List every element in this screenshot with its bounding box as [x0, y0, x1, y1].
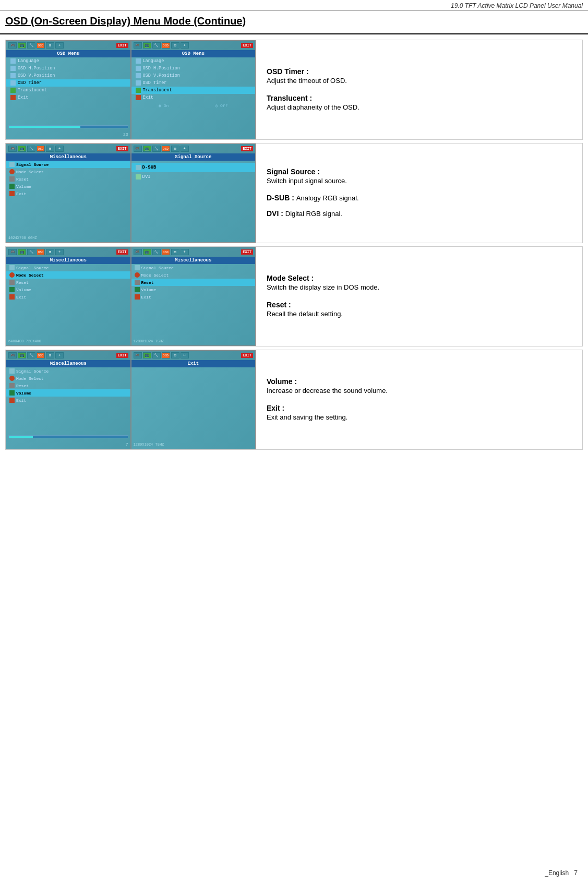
desc-exit-title: Exit :: [267, 404, 284, 412]
misc-reset-4l: Reset: [6, 382, 130, 389]
icon-o-4l: OSD: [37, 352, 45, 358]
icon-grid-r1: ⊞: [171, 42, 179, 49]
misc-exit-3r: Exit: [131, 293, 256, 301]
row4-desc: Volume : Increase or decrease the sound …: [256, 350, 582, 449]
icon-o-3r: OSD: [162, 249, 170, 255]
exit-4r: EXIT: [241, 353, 253, 358]
misc-reset-2l: Reset: [6, 175, 130, 183]
icon-osd-r1: OSD: [162, 42, 170, 49]
bottom-val-4l: 7: [126, 442, 128, 447]
menu-timer-1l: OSD Timer: [6, 79, 130, 87]
icon-p-4r: ✂: [181, 352, 189, 358]
icon-display-r1: 📺: [143, 42, 151, 49]
dsub-item: D-SUB: [131, 163, 256, 172]
menu-language-1r: Language: [131, 57, 256, 65]
icon-o-3l: OSD: [37, 249, 45, 255]
desc-exit-text: Exit and saving the setting.: [267, 412, 572, 423]
misc-vol-3r: Volume: [131, 286, 256, 293]
desc-signal-title: Signal Source :: [267, 168, 320, 176]
res-3r: 1280X1024 75HZ: [134, 339, 164, 343]
menu-vpos-1r: OSD V.Position: [131, 72, 256, 79]
row-4: 🎮 📺 🔧 OSD ⊞ + EXIT Miscellaneous Signal …: [5, 350, 583, 450]
icon-g-3l: ⊞: [46, 249, 54, 255]
icon-dp-2r: 📺: [143, 146, 151, 152]
icon-t-2l: 🔧: [27, 146, 35, 152]
misc-mode-4l: Mode Select: [6, 375, 130, 382]
row-2: 🎮 📺 🔧 OSD ⊞ + EXIT Miscellaneous Signal …: [5, 143, 583, 243]
misc-signal-2l: Signal Source: [6, 161, 130, 168]
misc-reset-3l: Reset: [6, 279, 130, 286]
footer-area: _English 7: [545, 869, 578, 877]
misc-vol-4l: Volume: [6, 389, 130, 397]
dvi-item: DVI: [131, 172, 256, 182]
icon-gp-2r: 🎮: [134, 146, 142, 152]
row3-left-screen: 🎮 📺 🔧 OSD ⊞ + EXIT Miscellaneous Signal …: [6, 247, 131, 346]
icon-dp-4l: 📺: [18, 352, 26, 358]
progress-4l: [8, 435, 128, 438]
row4-screenshots: 🎮 📺 🔧 OSD ⊞ + EXIT Miscellaneous Signal …: [6, 350, 256, 449]
bottom-val-1l: 23: [123, 132, 128, 137]
row-3: 🎮 📺 🔧 OSD ⊞ + EXIT Miscellaneous Signal …: [5, 246, 583, 346]
misc-title-4l: Miscellaneous: [6, 360, 130, 367]
icon-g-4l: ⊞: [46, 352, 54, 358]
icon-gamepad: 🎮: [8, 42, 17, 49]
res-4r: 1280X1024 75HZ: [134, 442, 164, 447]
misc-signal-4l: Signal Source: [6, 367, 130, 375]
exit-button-r1: EXIT: [241, 43, 253, 48]
desc-volume-title: Volume :: [267, 377, 297, 386]
row2-right-screen: 🎮 📺 🔧 OSD ⊞ + EXIT Signal Source D-SUB D…: [131, 143, 256, 243]
row4-right-screen: 🎮 📺 🔧 OSD ⊞ ✂ EXIT Exit 1280X1024 75HZ: [131, 350, 256, 449]
icon-g-2r: ⊞: [171, 146, 179, 152]
exit-3r: EXIT: [241, 249, 253, 255]
row3-right-screen: 🎮 📺 🔧 OSD ⊞ + EXIT Miscellaneous Signal …: [131, 247, 256, 346]
misc-title-3l: Miscellaneous: [6, 257, 130, 264]
icon-plus-r1: +: [181, 42, 189, 49]
menu-exit-1l: Exit: [6, 94, 130, 101]
on-label: ◉ On: [159, 103, 169, 108]
content-area: 🎮 📺 🔧 OSD ⊞ + EXIT OSD Menu Language OSD…: [0, 34, 588, 458]
exit-4l: EXIT: [116, 353, 128, 358]
icon-t-4l: 🔧: [27, 352, 35, 358]
menu-vpos-1l: OSD V.Position: [6, 72, 130, 79]
menu-hpos-1r: OSD H.Position: [131, 65, 256, 72]
icon-dp-3l: 📺: [18, 249, 26, 255]
misc-mode-2l: Mode Select: [6, 168, 130, 175]
exit-3l: EXIT: [116, 249, 128, 255]
icon-o-4r: OSD: [162, 352, 170, 358]
desc-dvi-title: DVI :: [267, 209, 285, 218]
footer-page: 7: [574, 869, 578, 877]
icon-o-2r: OSD: [162, 146, 170, 152]
exit-button: EXIT: [116, 43, 128, 48]
icon-t-2r: 🔧: [152, 146, 161, 152]
misc-mode-3r: Mode Select: [131, 271, 256, 279]
menu-trans-1l: Translucent: [6, 87, 130, 94]
exit-title-4r: Exit: [131, 360, 256, 367]
misc-exit-3l: Exit: [6, 293, 130, 301]
row1-right-screen: 🎮 📺 🔧 OSD ⊞ + EXIT OSD Menu Language OSD…: [131, 40, 256, 139]
icon-gp-3l: 🎮: [8, 249, 17, 255]
misc-signal-3r: Signal Source: [131, 264, 256, 271]
page-title: OSD (On-Screen Display) Menu Mode (Conti…: [0, 11, 588, 34]
desc-reset-title: Reset :: [267, 301, 291, 309]
icon-g-2l: ⊞: [46, 146, 54, 152]
desc-reset-text: Recall the default setting.: [267, 309, 572, 319]
onoff-bar: ◉ On ◎ Off: [131, 101, 256, 110]
icon-t-3r: 🔧: [152, 249, 161, 255]
res-3l: 640X400 720X400: [8, 339, 41, 343]
icon-gp-4r: 🎮: [134, 352, 142, 358]
icon-osd: OSD: [37, 42, 45, 49]
icon-dp-3r: 📺: [143, 249, 151, 255]
desc-osd-timer-title: OSD Timer :: [267, 67, 309, 76]
desc-osd-timer-text: Adjust the timeout of OSD.: [267, 76, 572, 86]
row3-desc: Mode Select : Switch the display size in…: [256, 247, 582, 346]
misc-vol-3l: Volume: [6, 286, 130, 293]
osd-menu-title-1r: OSD Menu: [131, 50, 256, 57]
icon-o-2l: OSD: [37, 146, 45, 152]
misc-vol-2l: Volume: [6, 183, 130, 190]
misc-title-2l: Miscellaneous: [6, 153, 130, 161]
icon-grid: ⊞: [46, 42, 54, 49]
icon-p-4l: +: [55, 352, 64, 358]
icon-p-3l: +: [55, 249, 64, 255]
misc-title-3r: Miscellaneous: [131, 257, 256, 264]
row1-screenshots: 🎮 📺 🔧 OSD ⊞ + EXIT OSD Menu Language OSD…: [6, 40, 256, 139]
